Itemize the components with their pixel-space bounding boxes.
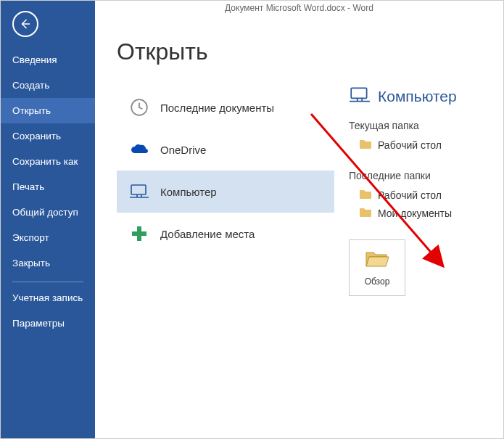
nav-item-save[interactable]: Сохранить — [1, 123, 95, 149]
nav-item-info[interactable]: Сведения — [1, 47, 95, 73]
nav-item-options[interactable]: Параметры — [1, 311, 95, 336]
location-computer[interactable]: Компьютер — [117, 171, 334, 213]
folder-icon — [359, 189, 372, 201]
recent-folder-link[interactable]: Рабочий стол — [349, 186, 496, 204]
nav-item-new[interactable]: Создать — [1, 73, 95, 98]
location-label: OneDrive — [160, 144, 206, 156]
location-recent[interactable]: Последние документы — [117, 86, 334, 128]
nav-item-share[interactable]: Общий доступ — [1, 200, 95, 225]
clock-icon — [127, 98, 152, 117]
nav-item-open[interactable]: Открыть — [1, 98, 95, 123]
computer-icon — [127, 184, 152, 200]
svg-rect-1 — [131, 185, 146, 194]
nav-item-print[interactable]: Печать — [1, 174, 95, 200]
folder-name: Рабочий стол — [378, 139, 442, 151]
nav-item-account[interactable]: Учетная запись — [1, 285, 95, 311]
browse-button[interactable]: Обзор — [349, 239, 405, 296]
recent-folder-link[interactable]: Мои документы — [349, 204, 496, 222]
browse-label: Обзор — [365, 276, 390, 287]
location-details: Компьютер Текущая папка Рабочий стол Пос… — [334, 86, 496, 431]
nav-item-save-as[interactable]: Сохранить как — [1, 149, 95, 174]
recent-folders-heading: Последние папки — [349, 170, 496, 181]
current-folder-heading: Текущая папка — [349, 120, 496, 131]
folder-icon — [359, 139, 372, 151]
location-list: Последние документы OneDrive Компьютер — [117, 86, 334, 431]
plus-icon — [127, 225, 152, 242]
arrow-left-icon — [19, 17, 32, 30]
nav-item-export[interactable]: Экспорт — [1, 225, 95, 250]
location-label: Компьютер — [160, 186, 217, 198]
location-label: Последние документы — [160, 102, 274, 114]
backstage-sidebar: Сведения Создать Открыть Сохранить Сохра… — [1, 1, 95, 438]
back-button[interactable] — [12, 11, 38, 37]
folder-icon — [359, 207, 372, 219]
location-label: Добавление места — [160, 228, 255, 240]
sidebar-divider — [12, 282, 83, 282]
folder-name: Рабочий стол — [378, 189, 442, 201]
location-add-place[interactable]: Добавление места — [117, 213, 334, 255]
main-panel: Открыть Последние документы OneDrive — [95, 1, 503, 438]
details-title: Компьютер — [378, 88, 457, 105]
computer-icon — [349, 86, 371, 107]
page-title: Открыть — [117, 38, 208, 65]
onedrive-icon — [127, 143, 152, 156]
location-onedrive[interactable]: OneDrive — [117, 128, 334, 171]
nav-item-close[interactable]: Закрыть — [1, 250, 95, 276]
folder-open-icon — [365, 249, 389, 271]
current-folder-link[interactable]: Рабочий стол — [349, 136, 496, 154]
folder-name: Мои документы — [378, 208, 452, 219]
app-window: Сведения Создать Открыть Сохранить Сохра… — [0, 0, 504, 439]
svg-rect-2 — [351, 88, 366, 98]
